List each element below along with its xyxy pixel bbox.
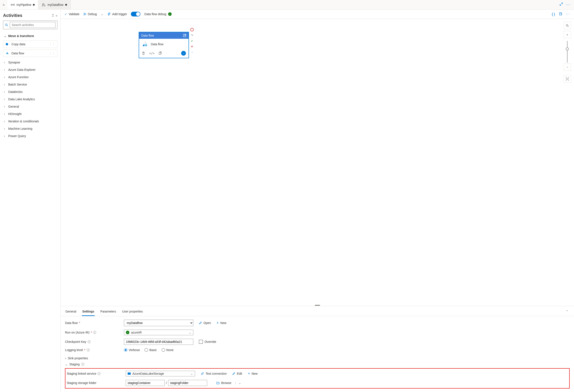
runon-select[interactable]: ✓ azureIR ⌄ (124, 330, 193, 335)
chevron-updown-icon[interactable] (51, 14, 54, 17)
collapse-sidebar-icon[interactable]: « (56, 14, 57, 17)
panel-resize-handle[interactable] (61, 304, 574, 306)
info-icon[interactable]: i (87, 349, 90, 352)
tab-label: myPipeline (17, 3, 31, 6)
maximize-icon[interactable] (559, 2, 563, 7)
dataflow-select[interactable]: myDataflow (124, 320, 193, 326)
new-dataflow-button[interactable]: + New (216, 321, 226, 325)
runon-field-label: Run on (Azure IR) (65, 331, 89, 334)
copy-data-icon (5, 42, 9, 46)
category-move-transform[interactable]: ⌄ Move & transform (3, 32, 57, 40)
category-power-query[interactable]: ›Power Query (3, 132, 57, 140)
tab-settings[interactable]: Settings (82, 308, 95, 316)
staging-container-input[interactable] (126, 380, 165, 386)
add-trigger-button[interactable]: + Add trigger (107, 12, 127, 16)
dataflow-icon (42, 3, 46, 7)
search-input[interactable] (10, 22, 56, 28)
tab-user-properties[interactable]: User properties (122, 308, 143, 316)
sink-properties-section[interactable]: › Sink properties (65, 355, 570, 361)
expand-left-icon[interactable]: » (0, 3, 7, 7)
zoom-out-button[interactable]: − (564, 63, 571, 71)
status-breakpoint-icon[interactable] (190, 28, 194, 31)
activity-data-flow[interactable]: Data flow ⋮⋮ (3, 50, 57, 57)
open-external-icon[interactable] (183, 34, 186, 37)
new-linked-button[interactable]: + New (248, 372, 258, 376)
chevron-right-icon: › (4, 83, 6, 86)
check-icon: ✓ (64, 12, 67, 16)
tab-dataflow[interactable]: myDataflow (38, 0, 70, 9)
run-node-icon[interactable]: → (181, 51, 186, 56)
category-databricks[interactable]: ›Databricks (3, 88, 57, 96)
category-iteration-conditionals[interactable]: ›Iteration & conditionals (3, 118, 57, 125)
browse-dropdown[interactable]: ⌄ (239, 381, 241, 385)
dirty-indicator (65, 4, 67, 6)
debug-dropdown[interactable]: ⌄ (101, 12, 103, 16)
search-activities[interactable] (3, 20, 57, 29)
tab-parameters[interactable]: Parameters (100, 308, 116, 316)
chevron-right-icon: › (4, 90, 6, 94)
chevron-right-icon: › (4, 105, 6, 108)
status-retry-icon[interactable]: ↷ (190, 34, 194, 37)
pipeline-icon (11, 3, 15, 7)
category-azure-data-explorer[interactable]: ›Azure Data Explorer (3, 66, 57, 73)
info-icon[interactable]: i (87, 340, 91, 343)
category-azure-function[interactable]: ›Azure Function (3, 73, 57, 81)
test-connection-button[interactable]: Test connection (201, 372, 227, 375)
sidebar-title: Activities (3, 13, 22, 18)
pencil-icon (232, 372, 235, 375)
category-batch-service[interactable]: ›Batch Service (3, 81, 57, 88)
tab-general[interactable]: General (65, 308, 77, 316)
dataflow-debug-toggle[interactable] (131, 12, 140, 17)
status-fail-icon[interactable]: ✕ (190, 45, 194, 48)
svg-point-3 (42, 4, 43, 4)
dataflow-activity-node[interactable]: Data flow Data flow (139, 32, 189, 58)
validate-button[interactable]: ✓ Validate (64, 12, 80, 16)
logging-basic-radio[interactable]: Basic (144, 348, 157, 352)
category-general[interactable]: ›General (3, 103, 57, 110)
json-icon[interactable]: {} (551, 12, 555, 16)
info-icon[interactable]: i (98, 372, 101, 375)
staging-folder-input[interactable] (168, 380, 207, 386)
code-node-icon[interactable]: </> (149, 52, 155, 55)
properties-icon[interactable] (559, 12, 563, 16)
info-icon[interactable]: i (93, 331, 96, 334)
open-dataflow-button[interactable]: Open (199, 321, 211, 325)
canvas-search-button[interactable] (564, 22, 571, 29)
svg-rect-0 (11, 4, 12, 5)
staging-linked-select[interactable]: AzureDataLakeStorage ⌄ (126, 371, 195, 376)
staging-linked-label: Staging linked service (67, 372, 96, 375)
zoom-in-button[interactable]: + (564, 31, 571, 38)
svg-line-5 (7, 25, 8, 26)
category-hdinsight[interactable]: ›HDInsight (3, 110, 57, 118)
svg-line-14 (568, 26, 569, 27)
delete-node-icon[interactable] (142, 52, 145, 55)
svg-point-13 (566, 24, 568, 26)
pipeline-toolbar: ✓ Validate Debug ⌄ + Add trigger (61, 10, 574, 19)
copy-node-icon[interactable] (158, 52, 162, 55)
debug-button[interactable]: Debug (83, 12, 97, 16)
edit-linked-button[interactable]: Edit (232, 372, 242, 375)
more-toolbar-icon[interactable]: ··· (566, 12, 570, 16)
checkpoint-input[interactable] (124, 339, 193, 345)
category-data-lake-analytics[interactable]: ›Data Lake Analytics (3, 96, 57, 103)
zoom-slider[interactable] (567, 41, 568, 63)
collapse-panel-icon[interactable]: ⌃ (564, 308, 570, 316)
staging-section[interactable]: ⌄ Staging i (65, 361, 570, 367)
category-machine-learning[interactable]: ›Machine Learning (3, 125, 57, 132)
category-synapse[interactable]: ›Synapse (3, 59, 57, 66)
browse-folder-button[interactable]: Browse (216, 381, 231, 385)
pencil-icon (199, 321, 202, 324)
dataflow-debug-label: Data flow debug (144, 12, 166, 16)
logging-none-radio[interactable]: None (162, 348, 174, 352)
more-icon[interactable]: ··· (566, 2, 571, 7)
status-success-icon[interactable]: ✓ (190, 39, 194, 43)
status-skip-icon[interactable]: → (190, 50, 194, 54)
zoom-fit-button[interactable] (564, 75, 571, 82)
info-icon[interactable]: i (81, 363, 84, 366)
pipeline-canvas[interactable]: Data flow Data flow (61, 19, 574, 304)
logging-verbose-radio[interactable]: Verbose (124, 348, 140, 352)
activity-copy-data[interactable]: Copy data ⋮⋮ (3, 40, 57, 48)
dirty-indicator (33, 4, 35, 6)
tab-pipeline[interactable]: myPipeline (7, 0, 38, 9)
override-checkbox[interactable] (199, 340, 203, 344)
